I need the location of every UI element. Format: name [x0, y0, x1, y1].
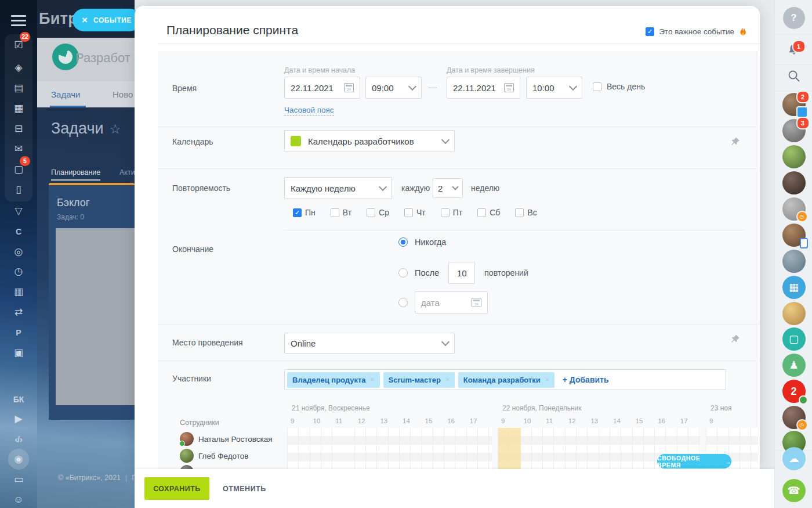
interval-select[interactable]: 2	[433, 178, 463, 198]
avatar-man[interactable]	[782, 250, 806, 273]
avatar-woman-brown[interactable]: ◷	[782, 406, 806, 429]
end-date-picker[interactable]: дата	[415, 291, 488, 314]
network-icon[interactable]: ◈	[0, 58, 37, 78]
checkbox-icon[interactable]	[441, 208, 449, 217]
contacts-icon[interactable]: ▭	[0, 470, 37, 489]
checkbox-icon[interactable]	[477, 208, 486, 217]
event-edit-modal: Планирование спринта ✓ Это важное событи…	[135, 6, 760, 469]
docs-icon[interactable]: ▯	[0, 180, 37, 200]
calendar-picker-icon[interactable]	[472, 298, 481, 307]
start-date-input[interactable]: 22.11.2021	[284, 77, 360, 99]
notifications-button[interactable]: 1	[786, 42, 802, 60]
help-button[interactable]: ?	[783, 7, 805, 29]
radio-selected-icon[interactable]	[398, 237, 408, 247]
checkbox-icon[interactable]	[593, 82, 601, 91]
knowledge-icon[interactable]: ▥	[0, 282, 37, 302]
dev-icon[interactable]: ‹/›	[0, 430, 37, 449]
person-app-icon[interactable]: ♟	[782, 354, 806, 377]
avatar-woman-gray[interactable]: ◷	[782, 197, 806, 221]
radio-icon[interactable]	[398, 268, 408, 278]
ending-option-after[interactable]: После 10 повторений	[398, 262, 528, 284]
letter-p[interactable]: P	[0, 323, 37, 343]
remove-tag-icon[interactable]: ×	[371, 376, 375, 384]
ending-option-never[interactable]: Никогда	[398, 237, 446, 247]
calendar-picker-icon[interactable]	[504, 83, 514, 92]
weekday-checkbox-Пт[interactable]: Пт	[441, 208, 462, 217]
add-attendee-button[interactable]: + Добавить	[563, 375, 609, 384]
radio-icon[interactable]	[398, 298, 408, 307]
mail-icon[interactable]: ✉	[0, 139, 37, 159]
attendee-tag[interactable]: Владелец продукта×	[287, 372, 380, 388]
avatar-woman-glasses[interactable]: 3	[782, 119, 806, 142]
feed-icon[interactable]: ▤	[0, 78, 37, 98]
remove-tag-icon[interactable]: ×	[545, 376, 549, 384]
remove-tag-icon[interactable]: ×	[445, 376, 449, 384]
important-event-toggle[interactable]: ✓ Это важное событие	[646, 27, 747, 37]
checkbox-icon[interactable]: ✓	[293, 208, 302, 217]
bot-icon[interactable]: ☺	[0, 490, 37, 508]
location-select[interactable]: Online	[284, 333, 455, 354]
end-date-input[interactable]: 22.11.2021	[447, 77, 520, 99]
weekday-checkbox-Вс[interactable]: Вс	[515, 208, 536, 217]
avatar-blonde-woman[interactable]	[782, 302, 806, 325]
checkbox-icon[interactable]	[367, 208, 375, 217]
pin-icon[interactable]	[731, 334, 740, 344]
crm-funnel-icon[interactable]: ▽	[0, 201, 37, 221]
weekday-checkbox-Вт[interactable]: Вт	[331, 208, 351, 217]
timezone-link[interactable]: Часовой пояс	[284, 106, 334, 116]
hour-label: 11	[335, 417, 342, 424]
start-time-select[interactable]: 09:00	[365, 77, 422, 99]
checkbox-checked-icon[interactable]: ✓	[646, 27, 654, 36]
drive-icon[interactable]: ⊟	[0, 119, 37, 139]
call-icon[interactable]: ☎	[782, 479, 806, 502]
employees-icon[interactable]: ◉	[0, 449, 37, 469]
recurrence-frequency-select[interactable]: Каждую неделю	[284, 177, 392, 199]
avatar-cyclist[interactable]	[782, 145, 806, 168]
weekday-checkbox-Ср[interactable]: Ср	[367, 208, 389, 217]
video-icon[interactable]: ▶	[0, 409, 37, 429]
tasks-icon[interactable]: ☑22	[0, 35, 37, 55]
day-grid-cells[interactable]	[287, 428, 492, 469]
chat-app-icon[interactable]: ▢	[782, 327, 806, 351]
ending-option-date[interactable]: дата	[398, 291, 488, 314]
avatar-dog[interactable]: 2	[782, 93, 806, 116]
checkbox-icon[interactable]	[515, 208, 524, 217]
free-time-button[interactable]: СВОБОДНОЕ ВРЕМЯ→	[657, 454, 731, 469]
sites-icon[interactable]: ▣	[0, 343, 37, 363]
sites-letter-c[interactable]: C	[0, 222, 37, 242]
calendar-picker-icon[interactable]	[344, 83, 354, 92]
calendar-select[interactable]: Календарь разработчиков	[284, 130, 455, 152]
red-2-app-icon[interactable]: 2	[782, 380, 806, 403]
event-slider-close-button[interactable]: × СОБЫТИЕ	[72, 9, 141, 31]
bk-label[interactable]: БК	[0, 390, 37, 409]
messenger-icon[interactable]: ▢5	[0, 160, 37, 179]
modal-title[interactable]: Планирование спринта	[166, 23, 298, 37]
close-icon[interactable]: ×	[82, 15, 88, 26]
pin-icon[interactable]	[731, 137, 740, 146]
repeat-count-input[interactable]: 10	[448, 262, 475, 284]
hour-label: 10	[313, 417, 321, 424]
avatar-woman-dark[interactable]	[782, 171, 806, 194]
checkbox-icon[interactable]	[331, 208, 339, 217]
attendee-tag[interactable]: Команда разработки×	[458, 372, 554, 388]
marketing-icon[interactable]: ◎	[0, 242, 37, 262]
calendar-app-icon[interactable]: ▦	[782, 276, 806, 299]
save-button[interactable]: СОХРАНИТЬ	[144, 477, 209, 500]
sync-icon[interactable]: ⇄	[0, 302, 37, 322]
attendees-field[interactable]: Владелец продукта×Scrum-мастер×Команда р…	[284, 369, 726, 390]
attendee-tag[interactable]: Scrum-мастер×	[383, 372, 455, 388]
worktime-icon[interactable]: ◷	[0, 262, 37, 282]
cancel-button[interactable]: ОТМЕНИТЬ	[219, 477, 270, 500]
weekday-checkbox-Пн[interactable]: ✓Пн	[293, 208, 316, 217]
device-cloud-icon[interactable]: ☁	[782, 447, 806, 470]
weekday-checkbox-Сб[interactable]: Сб	[477, 208, 500, 217]
checkbox-icon[interactable]	[404, 208, 413, 217]
menu-icon[interactable]	[11, 15, 26, 29]
day-label: 21 ноября, Воскресенье	[292, 404, 370, 412]
search-button[interactable]	[787, 69, 801, 85]
avatar-man-mobile[interactable]	[782, 224, 806, 247]
weekday-checkbox-Чт[interactable]: Чт	[404, 208, 426, 217]
calendar-icon[interactable]: ▦	[0, 99, 37, 118]
all-day-checkbox[interactable]: Весь день	[593, 82, 645, 91]
end-time-select[interactable]: 10:00	[526, 77, 582, 99]
